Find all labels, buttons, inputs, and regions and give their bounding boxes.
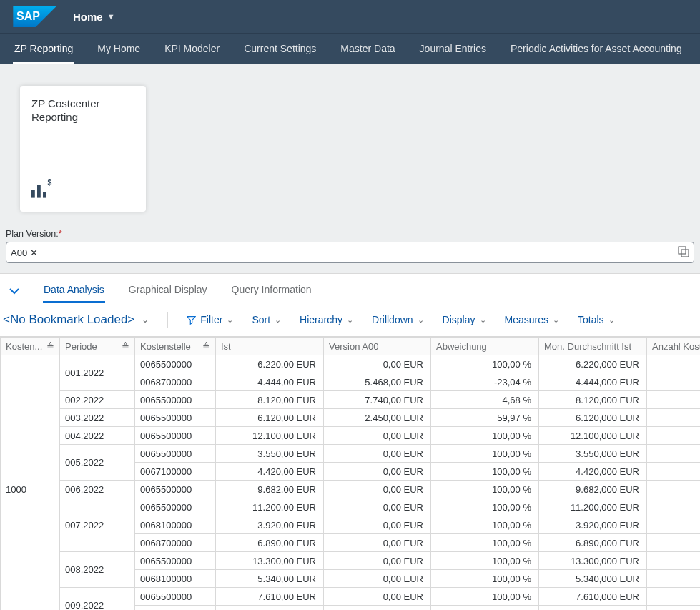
cell-abweichung: 100,00 %	[431, 445, 539, 463]
tile-title: ZP Costcenter Reporting	[31, 97, 134, 124]
col-kostenstelle[interactable]: Kostenstelle≜	[135, 338, 216, 355]
cell-ist: 5.340,00 EUR	[216, 570, 324, 588]
bar-chart-dollar-icon: $	[31, 178, 134, 200]
sort-button[interactable]: Sort⌄	[252, 314, 281, 325]
table-row[interactable]: 007.2022006550000011.200,00 EUR0,00 EUR1…	[1, 498, 701, 516]
filter-button[interactable]: Filter⌄	[187, 314, 233, 325]
cell-kostenstelle: 0065500000	[135, 391, 216, 409]
plan-version-token[interactable]: A00 ✕	[11, 247, 38, 258]
col-periode[interactable]: Periode≜	[60, 338, 135, 355]
collapse-section-icon[interactable]	[9, 285, 20, 299]
svg-rect-3	[37, 185, 41, 198]
totals-button[interactable]: Totals⌄	[578, 314, 615, 325]
section-tab-query-information[interactable]: Query Information	[231, 281, 312, 303]
cell-kostenstelle: 0065500000	[135, 481, 216, 498]
nav-item-zp-reporting[interactable]: ZP Reporting	[13, 34, 74, 64]
nav-item-periodic-activities-for-asset-accounting[interactable]: Periodic Activities for Asset Accounting	[509, 34, 684, 64]
cell-periode: 003.2022	[60, 409, 135, 427]
token-remove-icon[interactable]: ✕	[30, 247, 38, 258]
cell-kostenstelle: 0068100000	[135, 516, 216, 534]
cell-anzahl	[647, 355, 701, 373]
cell-version: 5.468,00 EUR	[324, 373, 431, 391]
cell-mon: 6.890,000 EUR	[539, 534, 647, 552]
cell-version: 0,00 EUR	[324, 534, 431, 552]
cell-mon: 12.100,000 EUR	[539, 427, 647, 445]
cell-kostenstelle: 0068700000	[135, 373, 216, 391]
cell-mon: 6.220,000 EUR	[539, 355, 647, 373]
analysis-toolbar: <No Bookmark Loaded> ⌄ Filter⌄ Sort⌄ Hie…	[0, 303, 700, 337]
cell-ist: 11.200,00 EUR	[216, 498, 324, 516]
cell-ist: 6.120,00 EUR	[216, 409, 324, 427]
cell-kostenstelle: 0065500000	[135, 498, 216, 516]
cell-version: 0,00 EUR	[324, 588, 431, 606]
cell-anzahl	[647, 391, 701, 409]
cell-mon: 7.610,000 EUR	[539, 588, 647, 606]
cell-periode: 007.2022	[60, 498, 135, 552]
cell-mon: 5.340,000 EUR	[539, 570, 647, 588]
value-help-icon[interactable]	[678, 246, 689, 260]
col-kostenrechnungskreis[interactable]: Kosten...≜	[1, 338, 60, 355]
cell-mon: 8.120,000 EUR	[539, 391, 647, 409]
nav-item-kpi-modeler[interactable]: KPI Modeler	[163, 34, 221, 64]
cell-version: 0,00 EUR	[324, 463, 431, 481]
col-mon-durchschnitt[interactable]: Mon. Durchschnitt Ist	[539, 338, 647, 355]
bookmark-selector[interactable]: <No Bookmark Loaded> ⌄	[3, 313, 149, 327]
cell-kostenstelle: 0065500000	[135, 552, 216, 570]
table-row[interactable]: 008.2022006550000013.300,00 EUR0,00 EUR1…	[1, 552, 701, 570]
drilldown-button[interactable]: Drilldown⌄	[372, 314, 424, 325]
nav-item-current-settings[interactable]: Current Settings	[242, 34, 317, 64]
section-tab-graphical-display[interactable]: Graphical Display	[128, 281, 208, 303]
table-row[interactable]: 1000001.202200655000006.220,00 EUR0,00 E…	[1, 355, 701, 373]
cell-ist: 6.890,00 EUR	[216, 534, 324, 552]
cell-anzahl	[647, 373, 701, 391]
section-tab-data-analysis[interactable]: Data Analysis	[43, 281, 105, 303]
cell-kostenstelle: 0067100000	[135, 463, 216, 481]
col-ist[interactable]: Ist	[216, 338, 324, 355]
hierarchy-button[interactable]: Hierarchy⌄	[300, 314, 353, 325]
cell-periode: 005.2022	[60, 445, 135, 481]
cell-ist: 9.682,00 EUR	[216, 481, 324, 498]
nav-item-my-home[interactable]: My Home	[96, 34, 142, 64]
cell-anzahl	[647, 570, 701, 588]
cell-ist: 3.920,00 EUR	[216, 516, 324, 534]
cell-ist: 4.444,00 EUR	[216, 373, 324, 391]
nav-item-journal-entries[interactable]: Journal Entries	[418, 34, 488, 64]
plan-version-input[interactable]: A00 ✕	[6, 242, 694, 263]
cell-abweichung: 100,00 %	[431, 570, 539, 588]
cell-version: 0,00 EUR	[324, 498, 431, 516]
home-menu-button[interactable]: Home ▼	[73, 11, 115, 23]
cell-abweichung: 100,00 %	[431, 463, 539, 481]
table-row[interactable]: 003.202200655000006.120,00 EUR2.450,00 E…	[1, 409, 701, 427]
token-text: A00	[11, 247, 27, 258]
table-row[interactable]: 005.202200655000003.550,00 EUR0,00 EUR10…	[1, 445, 701, 463]
col-anzahl[interactable]: Anzahl Koste	[647, 338, 701, 355]
table-row[interactable]: 009.202200655000007.610,00 EUR0,00 EUR10…	[1, 588, 701, 606]
cell-ist: 8.120,00 EUR	[216, 391, 324, 409]
measures-button[interactable]: Measures⌄	[505, 314, 559, 325]
cell-version: 0,00 EUR	[324, 570, 431, 588]
display-button[interactable]: Display⌄	[443, 314, 486, 325]
cell-abweichung: 100,00 %	[431, 552, 539, 570]
cell-anzahl	[647, 445, 701, 463]
cell-anzahl	[647, 498, 701, 516]
cell-ist: 6.220,00 EUR	[216, 355, 324, 373]
cell-version: 0,00 EUR	[324, 445, 431, 463]
col-version[interactable]: Version A00	[324, 338, 431, 355]
tile-zp-costcenter-reporting[interactable]: ZP Costcenter Reporting $	[20, 86, 146, 212]
cell-ist: 3.550,00 EUR	[216, 445, 324, 463]
cell-periode: 004.2022	[60, 427, 135, 445]
col-abweichung[interactable]: Abweichung	[431, 338, 539, 355]
cell-kostenstelle: 0068100000	[135, 570, 216, 588]
cell-abweichung: -23,04 %	[431, 373, 539, 391]
table-row[interactable]: 006.202200655000009.682,00 EUR0,00 EUR10…	[1, 481, 701, 498]
cell-anzahl	[647, 481, 701, 498]
nav-item-master-data[interactable]: Master Data	[339, 34, 396, 64]
cell-anzahl	[647, 534, 701, 552]
table-header-row: Kosten...≜ Periode≜ Kostenstelle≜ Ist Ve…	[1, 338, 701, 355]
plan-version-block: Plan Version:* A00 ✕	[0, 229, 700, 273]
table-row[interactable]: 004.2022006550000012.100,00 EUR0,00 EUR1…	[1, 427, 701, 445]
svg-rect-4	[43, 192, 46, 198]
cell-kostenstelle: 0065500000	[135, 355, 216, 373]
cell-mon: 9.682,000 EUR	[539, 481, 647, 498]
table-row[interactable]: 002.202200655000008.120,00 EUR7.740,00 E…	[1, 391, 701, 409]
